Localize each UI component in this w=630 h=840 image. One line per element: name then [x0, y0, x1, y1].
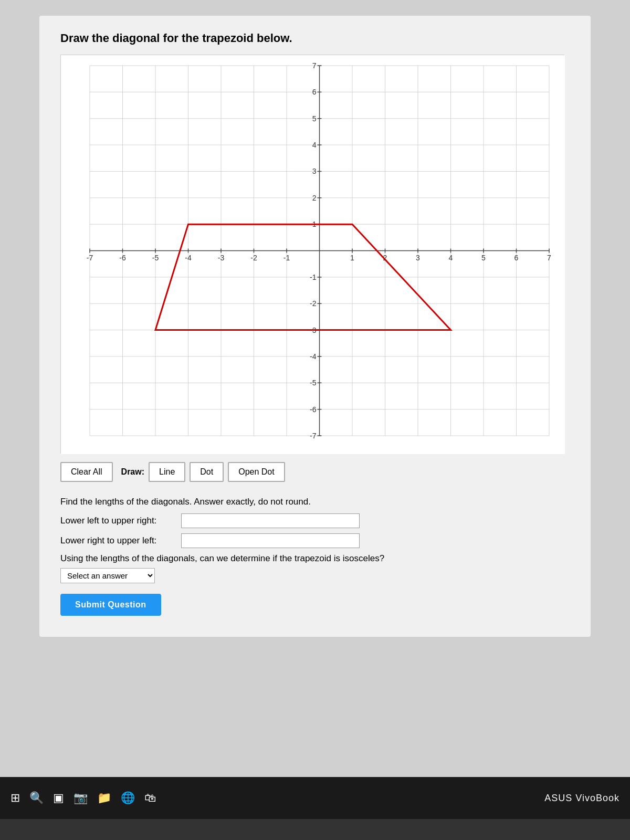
questions-section: Find the lengths of the diagonals. Answe… [60, 497, 570, 507]
lower-right-label: Lower right to upper left: [60, 536, 181, 546]
drawing-toolbar: Clear All Draw: Line Dot Open Dot [60, 462, 570, 482]
lower-right-row: Lower right to upper left: [60, 533, 570, 548]
lower-left-input[interactable] [181, 513, 360, 528]
draw-label: Draw: [121, 467, 144, 477]
taskview-icon[interactable]: ▣ [53, 791, 64, 805]
isosceles-prompt: Using the lengths of the diagonals, can … [60, 553, 570, 564]
lower-right-input[interactable] [181, 533, 360, 548]
brand-label: ASUS VivoBook [544, 793, 620, 804]
instruction-text: Draw the diagonal for the trapezoid belo… [60, 32, 570, 45]
taskbar-icons: ⊞ 🔍 ▣ 📷 📁 🌐 🛍 [10, 791, 156, 805]
line-button[interactable]: Line [149, 462, 185, 482]
graph-area[interactable] [60, 55, 564, 454]
edge-icon[interactable]: 🌐 [121, 791, 135, 805]
windows-icon[interactable]: ⊞ [10, 791, 20, 805]
lower-left-row: Lower left to upper right: [60, 513, 570, 528]
folder-icon[interactable]: 📁 [97, 791, 111, 805]
bottom-bar [0, 819, 630, 840]
search-icon[interactable]: 🔍 [29, 791, 44, 805]
isosceles-section: Using the lengths of the diagonals, can … [60, 553, 570, 583]
submit-button[interactable]: Submit Question [60, 594, 161, 616]
camera-icon[interactable]: 📷 [74, 791, 88, 805]
store-icon[interactable]: 🛍 [144, 791, 156, 805]
lower-left-label: Lower left to upper right: [60, 516, 181, 526]
diagonal-instruction: Find the lengths of the diagonals. Answe… [60, 497, 570, 507]
answer-select[interactable]: Select an answer Yes No [60, 568, 155, 583]
clear-all-button[interactable]: Clear All [60, 462, 113, 482]
taskbar: ⊞ 🔍 ▣ 📷 📁 🌐 🛍 ASUS VivoBook [0, 777, 630, 819]
open-dot-button[interactable]: Open Dot [228, 462, 285, 482]
dot-button[interactable]: Dot [190, 462, 224, 482]
